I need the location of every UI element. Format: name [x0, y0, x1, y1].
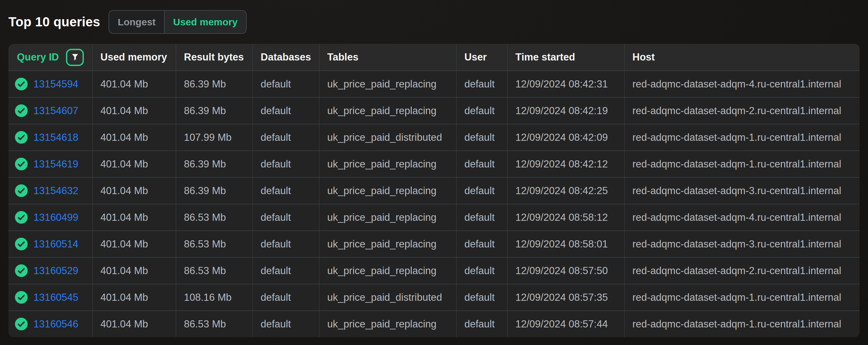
query-id-cell: 13160545 [8, 284, 93, 311]
result-bytes-cell: 86.39 Mb [176, 71, 253, 97]
table-row: 13160545 401.04 Mb 108.16 Mb default uk_… [8, 284, 860, 311]
tables-cell: uk_price_paid_distributed [319, 284, 457, 311]
user-cell: default [457, 124, 507, 150]
result-bytes-cell: 107.99 Mb [176, 124, 253, 150]
tab-longest[interactable]: Longest [109, 11, 164, 33]
query-id-link[interactable]: 13154618 [33, 132, 78, 143]
query-id-filter-button[interactable] [66, 49, 84, 66]
host-cell: red-adqmc-dataset-adqm-1.ru-central1.int… [625, 151, 860, 177]
table-row: 13160514 401.04 Mb 86.53 Mb default uk_p… [8, 231, 860, 257]
used-memory-cell: 401.04 Mb [93, 177, 176, 204]
user-cell: default [457, 258, 507, 284]
host-cell: red-adqmc-dataset-adqm-4.ru-central1.int… [625, 71, 860, 97]
table-row: 13154594 401.04 Mb 86.39 Mb default uk_p… [8, 70, 860, 97]
user-cell: default [457, 204, 507, 231]
user-cell: default [457, 97, 507, 124]
column-header-host: Host [625, 44, 860, 70]
query-id-cell: 13160529 [8, 258, 93, 284]
query-id-cell: 13154594 [8, 71, 93, 97]
user-cell: default [457, 231, 507, 257]
result-bytes-cell: 86.53 Mb [176, 231, 253, 257]
query-id-cell: 13154618 [8, 124, 93, 150]
time-started-cell: 12/09/2024 08:42:31 [507, 71, 625, 97]
tab-used-memory[interactable]: Used memory [164, 11, 246, 33]
user-cell: default [457, 284, 507, 311]
time-started-cell: 12/09/2024 08:42:25 [507, 177, 625, 204]
top-queries-mode-toggle: Longest Used memory [108, 10, 247, 34]
result-bytes-cell: 86.53 Mb [176, 311, 253, 337]
toolbar: Top 10 queries Longest Used memory [0, 0, 868, 44]
query-id-link[interactable]: 13160545 [33, 292, 78, 304]
column-header-time-started: Time started [507, 44, 625, 70]
databases-cell: default [253, 258, 319, 284]
user-cell: default [457, 311, 507, 337]
column-header-databases: Databases [253, 44, 319, 70]
used-memory-cell: 401.04 Mb [93, 231, 176, 257]
used-memory-cell: 401.04 Mb [93, 71, 176, 97]
host-cell: red-adqmc-dataset-adqm-4.ru-central1.int… [625, 204, 860, 231]
host-cell: red-adqmc-dataset-adqm-1.ru-central1.int… [625, 311, 860, 337]
funnel-filter-icon [71, 53, 79, 61]
page-title: Top 10 queries [8, 15, 100, 29]
databases-cell: default [253, 151, 319, 177]
column-header-query-id-label: Query ID [17, 51, 59, 63]
query-id-cell: 13160546 [8, 311, 93, 337]
used-memory-cell: 401.04 Mb [93, 284, 176, 311]
column-header-used-memory: Used memory [93, 44, 176, 70]
used-memory-cell: 401.04 Mb [93, 204, 176, 231]
check-circle-icon [15, 184, 28, 197]
table-row: 13154607 401.04 Mb 86.39 Mb default uk_p… [8, 97, 860, 124]
query-id-link[interactable]: 13154594 [33, 78, 78, 90]
user-cell: default [457, 177, 507, 204]
host-cell: red-adqmc-dataset-adqm-3.ru-central1.int… [625, 177, 860, 204]
table-row: 13160546 401.04 Mb 86.53 Mb default uk_p… [8, 311, 860, 337]
table-row: 13154632 401.04 Mb 86.39 Mb default uk_p… [8, 177, 860, 204]
tables-cell: uk_price_paid_replacing [319, 97, 457, 124]
result-bytes-cell: 86.39 Mb [176, 151, 253, 177]
time-started-cell: 12/09/2024 08:42:09 [507, 124, 625, 150]
column-header-tables: Tables [319, 44, 457, 70]
check-circle-icon [15, 131, 28, 144]
query-id-cell: 13160514 [8, 231, 93, 257]
query-id-cell: 13154619 [8, 151, 93, 177]
check-circle-icon [15, 211, 28, 224]
column-header-user: User [457, 44, 507, 70]
query-id-link[interactable]: 13154607 [33, 105, 78, 117]
check-circle-icon [15, 264, 28, 277]
tables-cell: uk_price_paid_replacing [319, 177, 457, 204]
tables-cell: uk_price_paid_replacing [319, 258, 457, 284]
check-circle-icon [15, 158, 28, 170]
top-queries-table: Query ID Used memory Result bytes Databa… [8, 44, 860, 337]
query-id-link[interactable]: 13160546 [33, 318, 78, 330]
tables-cell: uk_price_paid_distributed [319, 124, 457, 150]
result-bytes-cell: 108.16 Mb [176, 284, 253, 311]
used-memory-cell: 401.04 Mb [93, 258, 176, 284]
tables-cell: uk_price_paid_replacing [319, 71, 457, 97]
column-header-result-bytes: Result bytes [176, 44, 253, 70]
used-memory-cell: 401.04 Mb [93, 124, 176, 150]
query-id-link[interactable]: 13160514 [33, 238, 78, 250]
table-row: 13160499 401.04 Mb 86.53 Mb default uk_p… [8, 204, 860, 231]
query-id-link[interactable]: 13160529 [33, 265, 78, 277]
check-circle-icon [15, 318, 28, 330]
time-started-cell: 12/09/2024 08:58:01 [507, 231, 625, 257]
user-cell: default [457, 71, 507, 97]
time-started-cell: 12/09/2024 08:57:44 [507, 311, 625, 337]
check-circle-icon [15, 238, 28, 250]
column-header-query-id: Query ID [8, 44, 93, 70]
tables-cell: uk_price_paid_replacing [319, 151, 457, 177]
databases-cell: default [253, 124, 319, 150]
tables-cell: uk_price_paid_replacing [319, 231, 457, 257]
time-started-cell: 12/09/2024 08:42:12 [507, 151, 625, 177]
time-started-cell: 12/09/2024 08:58:12 [507, 204, 625, 231]
time-started-cell: 12/09/2024 08:57:50 [507, 258, 625, 284]
query-id-link[interactable]: 13160499 [33, 212, 78, 223]
query-id-link[interactable]: 13154619 [33, 159, 78, 170]
tables-cell: uk_price_paid_replacing [319, 204, 457, 231]
databases-cell: default [253, 311, 319, 337]
query-id-link[interactable]: 13154632 [33, 185, 78, 197]
host-cell: red-adqmc-dataset-adqm-3.ru-central1.int… [625, 231, 860, 257]
check-circle-icon [15, 78, 28, 90]
check-circle-icon [15, 105, 28, 117]
host-cell: red-adqmc-dataset-adqm-2.ru-central1.int… [625, 97, 860, 124]
